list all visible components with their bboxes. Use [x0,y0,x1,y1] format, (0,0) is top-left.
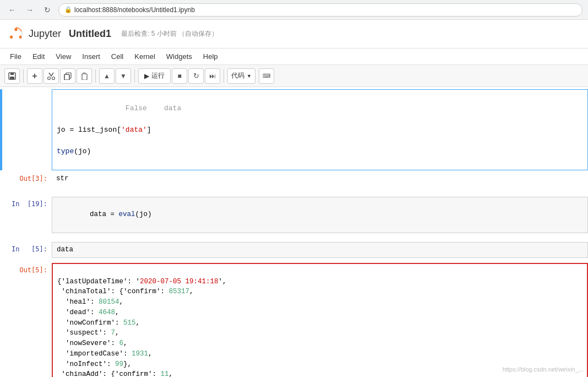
code-editor-in19[interactable]: data = eval(jo) [52,197,588,233]
menu-kernel[interactable]: Kernel [129,50,161,63]
cell-in19: In [19]: data = eval(jo) [0,197,588,233]
refresh-button[interactable]: ↻ [41,3,54,17]
svg-rect-12 [82,74,87,80]
keyboard-shortcut-button[interactable]: ⌨ [259,68,274,84]
cell-prompt-out3: Out[3]: [2,171,52,188]
notebook-name[interactable]: Untitled1 [69,28,111,40]
add-cell-button[interactable]: + [27,68,42,84]
toolbar-sep-2 [95,69,96,83]
cell-out5: Out[5]: {'lastUpdateTime': '2020-07-05 1… [0,263,588,377]
cell-content-in19[interactable]: data = eval(jo) [52,197,588,233]
cell-prompt-empty [2,89,52,170]
restart-button[interactable]: ↻ [188,68,204,84]
notebook-area[interactable]: False data jo = list_json['data'] type(j… [0,87,588,377]
svg-rect-5 [10,73,14,75]
menu-edit[interactable]: Edit [27,50,50,63]
up-arrow-icon: ▲ [104,72,110,80]
cell-out3: Out[3]: str [0,171,588,188]
step-forward-icon: ▶ [144,72,149,80]
cell-content-out5[interactable]: {'lastUpdateTime': '2020-07-05 19:41:18'… [52,263,588,377]
menu-view[interactable]: View [50,50,77,63]
svg-point-2 [10,35,13,38]
restart-icon: ↻ [193,72,199,80]
spacer-1 [0,189,588,196]
copy-button[interactable] [60,68,75,84]
back-button[interactable]: ← [6,3,19,17]
save-button[interactable] [4,68,20,84]
fast-forward-icon: ⏭ [209,72,216,80]
menu-cell[interactable]: Cell [106,50,129,63]
address-bar[interactable]: 🔒 localhost:8888/notebooks/Untitled1.ipy… [58,3,582,17]
down-arrow-icon: ▼ [120,72,127,80]
keyboard-icon: ⌨ [263,73,270,79]
output-text-out3: str [52,171,588,186]
svg-point-7 [48,77,51,79]
jupyter-header: Jupyter Untitled1 最后检查: 5 小时前 （自动保存） [0,20,588,49]
cell-prompt-in5: In [5]: [2,242,52,258]
cell-content-out3: str [52,171,588,188]
cell-content-in5[interactable]: data [52,242,588,258]
cell-prompt-in19: In [19]: [2,197,52,233]
svg-rect-6 [10,77,14,79]
url-text: localhost:8888/notebooks/Untitled1.ipynb [74,6,195,14]
run-button[interactable]: ▶ 运行 [138,68,171,84]
toolbar-sep-4 [224,69,224,83]
stop-icon: ■ [177,72,181,80]
spacer-2 [0,234,588,241]
menu-help[interactable]: Help [198,50,224,63]
paste-button[interactable] [77,68,92,84]
autosave-info: 最后检查: 5 小时前 （自动保存） [121,29,218,39]
code-editor-partial[interactable]: False data jo = list_json['data'] type(j… [52,89,588,170]
restart-run-button[interactable]: ⏭ [205,68,220,84]
browser-bar: ← → ↻ 🔒 localhost:8888/notebooks/Untitle… [0,0,588,20]
menu-widgets[interactable]: Widgets [161,50,198,63]
forward-button[interactable]: → [23,3,36,17]
menu-bar: File Edit View Insert Cell Kernel Widget… [0,49,588,65]
code-editor-in5[interactable]: data [52,242,588,258]
toolbar-sep-3 [134,69,135,83]
jupyter-brand: Jupyter [29,28,61,40]
cell-prompt-out5: Out[5]: [2,263,52,377]
spacer-3 [0,260,588,262]
run-label: 运行 [151,71,165,80]
svg-rect-10 [64,74,69,80]
output-bordered-out5[interactable]: {'lastUpdateTime': '2020-07-05 19:41:18'… [52,263,588,377]
svg-point-3 [15,29,17,30]
toolbar-sep-1 [23,69,24,83]
cell-in5: In [5]: data [0,242,588,258]
move-down-button[interactable]: ▼ [116,68,131,84]
cell-type-label: 代码 [231,71,244,80]
watermark: https://blog.csdn.net/weixin_... [503,366,584,373]
toolbar: + ▲ ▼ ▶ 运行 ■ ↻ ⏭ 代码 ▼ ⌨ [0,65,588,87]
cell-code-partial: False data jo = list_json['data'] type(j… [0,89,588,170]
dropdown-arrow-icon: ▼ [247,73,252,79]
menu-file[interactable]: File [4,50,27,63]
stop-button[interactable]: ■ [172,68,187,84]
cell-type-selector[interactable]: 代码 ▼ [227,68,255,84]
move-up-button[interactable]: ▲ [99,68,115,84]
jupyter-logo [9,27,23,41]
svg-point-8 [52,77,55,79]
lock-icon: 🔒 [64,6,72,13]
plus-icon: + [32,71,37,81]
cut-button[interactable] [43,68,59,84]
menu-insert[interactable]: Insert [77,50,106,63]
cell-content-code-partial[interactable]: False data jo = list_json['data'] type(j… [52,89,588,170]
